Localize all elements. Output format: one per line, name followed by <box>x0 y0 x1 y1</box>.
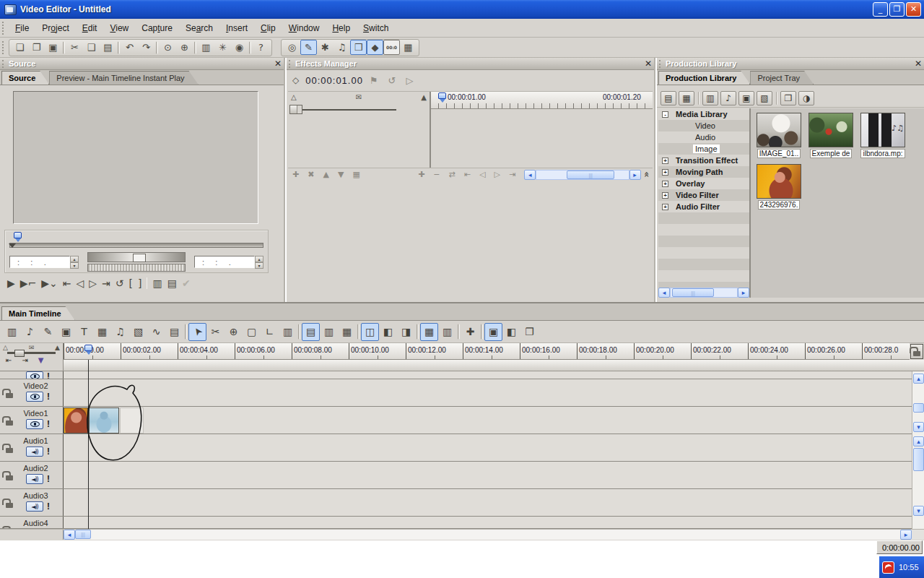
smart-edit-button[interactable]: ✎ <box>300 40 317 55</box>
tree-scrollbar[interactable] <box>670 288 738 298</box>
media-thumbnail[interactable] <box>860 113 905 147</box>
view-thumbnails-button[interactable]: ▦ <box>679 91 694 105</box>
track-lock-icon[interactable] <box>6 420 13 426</box>
zoom-out-icon[interactable]: △ <box>291 93 297 101</box>
tree-expander-icon[interactable]: + <box>662 169 668 176</box>
zoom-out-icon[interactable]: △ <box>3 344 8 351</box>
add-keyframe-button[interactable]: ✚ <box>288 170 303 179</box>
clip-options-button[interactable]: ▤ <box>167 277 177 289</box>
export-timecode-button[interactable]: ◑ <box>798 91 814 105</box>
menu-search[interactable]: Search <box>179 20 219 36</box>
tree-expander-icon[interactable]: - <box>662 111 668 118</box>
cut-button[interactable]: ✂ <box>66 40 83 55</box>
kf-link-button[interactable]: ⚑ <box>370 75 378 86</box>
effects-ruler[interactable]: 00:00:01.00 00:00:01.20 <box>431 92 653 109</box>
shuttle-bar[interactable] <box>87 252 186 262</box>
swap-panel-button[interactable]: ◧ <box>502 323 520 341</box>
insert-video-file-button[interactable]: ▥ <box>3 323 21 341</box>
prev-frame-button[interactable]: ◁ <box>77 277 84 289</box>
track-visibility-toggle[interactable] <box>26 371 43 379</box>
close-icon[interactable]: ✕ <box>272 59 284 69</box>
tree-expander-icon[interactable]: + <box>662 158 668 164</box>
insert-silence-button[interactable]: ♫ <box>111 323 129 341</box>
clip-view-thumb-button[interactable]: ◧ <box>379 323 397 341</box>
tree-transition-effect[interactable]: + Transition Effect <box>658 155 749 166</box>
media-thumbnail[interactable] <box>808 113 853 147</box>
track-tool-button[interactable]: ∟ <box>261 323 279 341</box>
track-body[interactable] <box>64 379 912 406</box>
select-tool-button[interactable]: ➤ <box>188 323 206 341</box>
paste-button[interactable]: ▤ <box>100 40 116 55</box>
instant-play-button[interactable]: ▣ <box>484 323 502 341</box>
tree-video-filter[interactable]: + Video Filter <box>658 189 749 201</box>
cut-tool-button[interactable]: ✂ <box>206 323 225 341</box>
save-button[interactable]: ▣ <box>45 40 61 55</box>
add-track-button[interactable]: ✚ <box>461 323 479 341</box>
insert-video-button[interactable]: ▥ <box>702 91 718 105</box>
keyframe-mode-button[interactable]: ◆ <box>367 40 383 55</box>
clip-view-name-button[interactable]: ◨ <box>397 323 415 341</box>
tree-moving-path[interactable]: + Moving Path <box>658 166 749 178</box>
scroll-down-icon[interactable]: ▾ <box>913 422 924 432</box>
close-icon[interactable]: ✕ <box>642 59 654 69</box>
insert-image-button[interactable]: ▣ <box>57 323 75 341</box>
jog-wheel[interactable] <box>87 264 186 272</box>
cascade-button[interactable]: ❐ <box>520 323 539 341</box>
timeline-zoom-slider[interactable] <box>7 352 56 354</box>
thumb-image-01[interactable]: IMAGE_01.. <box>754 113 804 158</box>
scroll-left-icon[interactable]: ◂ <box>658 288 670 298</box>
play-in-out-button[interactable]: ▶⌐ <box>20 277 37 289</box>
clip-view-filmstrip-button[interactable]: ◫ <box>361 323 379 341</box>
insert-dvp-button[interactable]: ▧ <box>129 323 147 341</box>
tab-production-library[interactable]: Production Library <box>658 71 750 85</box>
track-header[interactable]: Video2 ◄)) ! <box>0 379 64 406</box>
track-lock-icon[interactable] <box>6 448 13 453</box>
track-header[interactable]: Audio1 ◄)) ! <box>0 434 64 461</box>
scroll-right-icon[interactable]: ▸ <box>738 288 749 298</box>
tree-audio[interactable]: Audio <box>658 131 749 143</box>
spin-down-icon[interactable]: ▾ <box>70 262 79 269</box>
preview-range-strip[interactable] <box>64 360 924 371</box>
source-seek-slider[interactable] <box>9 243 263 248</box>
help-button[interactable]: ? <box>253 40 269 55</box>
scroll-up-icon[interactable]: ▴ <box>913 436 924 447</box>
go-end-button[interactable]: ⇥ <box>102 277 110 289</box>
effects-playhead-marker[interactable] <box>438 92 446 99</box>
menu-help[interactable]: Help <box>326 20 357 36</box>
first-frame-button[interactable]: ⇤ <box>460 170 475 179</box>
keyframe-zoom-slider[interactable] <box>289 105 302 114</box>
tab-main-timeline[interactable]: Main Timeline <box>1 306 75 320</box>
film-tool-button[interactable]: ▥ <box>279 323 297 341</box>
new-button[interactable]: ❏ <box>12 40 28 55</box>
ruler-lock-button[interactable] <box>910 344 923 359</box>
track-body[interactable] <box>64 462 912 488</box>
track-mute-toggle[interactable]: ◄)) <box>26 474 43 484</box>
mark-out-button[interactable]: ] <box>138 277 141 289</box>
scroll-down-icon[interactable]: ▾ <box>913 506 924 516</box>
thumb-243296976[interactable]: 243296976. <box>754 164 804 210</box>
track-lock-icon[interactable] <box>6 475 13 480</box>
minimize-button[interactable]: _ <box>873 2 888 17</box>
media-thumbnail[interactable] <box>757 113 801 147</box>
track-mute-toggle[interactable]: ◄)) <box>26 447 43 457</box>
menu-file[interactable]: File <box>9 20 35 36</box>
track-mute-toggle[interactable]: ◄)) <box>26 501 43 512</box>
menu-project[interactable]: Project <box>35 20 75 36</box>
copy-button[interactable]: ❑ <box>83 40 100 55</box>
find-button[interactable]: ⊙ <box>160 40 176 55</box>
track-size-small-button[interactable]: ▦ <box>338 323 356 341</box>
clip-note-button[interactable]: ♫ <box>334 40 350 55</box>
effect-wand-button[interactable]: ✱ <box>317 40 334 55</box>
zoom-in-icon[interactable]: ▲ <box>55 344 60 351</box>
record-button[interactable]: ✎ <box>39 323 57 341</box>
globe-button[interactable]: ◉ <box>231 40 248 55</box>
insert-audio-file-button[interactable]: ♪ <box>21 323 39 341</box>
go-start-button[interactable]: ⇤ <box>63 277 71 289</box>
menu-clip[interactable]: Clip <box>254 20 282 36</box>
instant-preview-button[interactable]: ◎ <box>284 40 300 55</box>
video-tracks-scrollbar[interactable]: ▴ ▾ ▴ ▾ <box>912 371 924 529</box>
track-dropdown-icon[interactable]: ▼ <box>38 356 44 364</box>
scroll-right-icon[interactable]: ▸ <box>900 530 912 540</box>
track-body[interactable] <box>64 517 912 528</box>
track-header[interactable]: Audio4 ◄)) ! <box>0 517 64 528</box>
